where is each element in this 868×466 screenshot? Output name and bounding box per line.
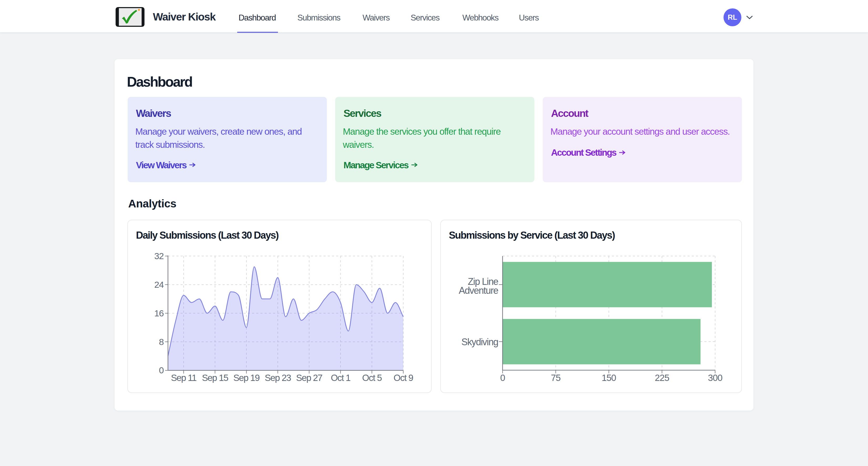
svg-text:Sep 27: Sep 27 xyxy=(296,373,322,383)
svg-text:Sep 11: Sep 11 xyxy=(171,373,196,383)
svg-text:Oct 5: Oct 5 xyxy=(362,373,381,383)
svg-text:225: 225 xyxy=(655,373,670,383)
svg-text:150: 150 xyxy=(601,373,616,383)
svg-text:Oct 9: Oct 9 xyxy=(394,373,413,383)
svg-text:Daily Submissions (Last 30 Day: Daily Submissions (Last 30 Days) xyxy=(136,230,278,241)
svg-text:8: 8 xyxy=(159,337,164,347)
svg-text:Submissions by Service (Last 3: Submissions by Service (Last 30 Days) xyxy=(449,230,615,241)
svg-text:Skydiving: Skydiving xyxy=(461,337,498,347)
svg-text:Adventure: Adventure xyxy=(459,285,498,296)
svg-text:75: 75 xyxy=(551,373,560,383)
svg-text:16: 16 xyxy=(154,308,164,318)
svg-text:24: 24 xyxy=(154,279,164,290)
svg-text:Sep 19: Sep 19 xyxy=(233,373,259,383)
svg-text:Oct 1: Oct 1 xyxy=(331,373,350,383)
svg-text:Sep 23: Sep 23 xyxy=(265,373,291,383)
svg-text:0: 0 xyxy=(500,373,505,383)
svg-text:0: 0 xyxy=(159,365,164,375)
svg-text:32: 32 xyxy=(154,251,164,261)
svg-text:Sep 15: Sep 15 xyxy=(202,373,228,383)
svg-text:300: 300 xyxy=(708,373,722,383)
